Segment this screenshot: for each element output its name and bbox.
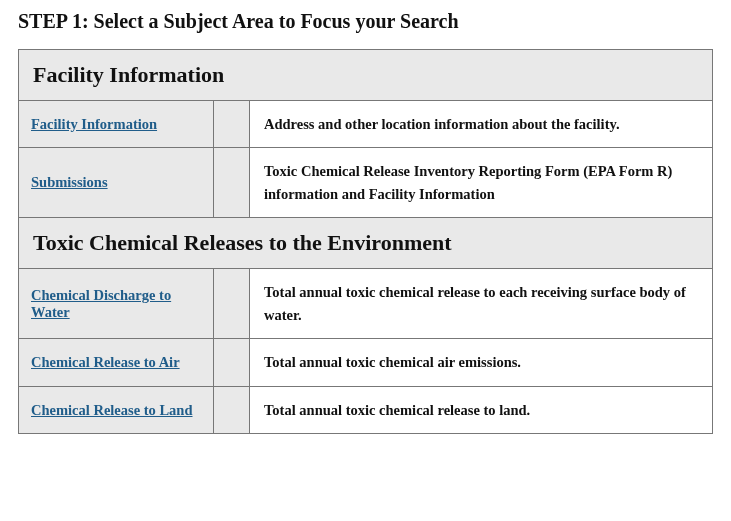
desc-submissions: Toxic Chemical Release Inventory Reporti…: [250, 148, 713, 218]
table-row: Chemical Release to Land Total annual to…: [19, 386, 713, 433]
step-title: STEP 1: Select a Subject Area to Focus y…: [18, 10, 713, 33]
link-facility-information[interactable]: Facility Information: [31, 116, 157, 132]
spacer-cell: [214, 386, 250, 433]
table-row: Chemical Discharge to Water Total annual…: [19, 269, 713, 339]
desc-facility-information: Address and other location information a…: [250, 101, 713, 148]
link-chemical-release-air[interactable]: Chemical Release to Air: [31, 354, 180, 370]
spacer-cell: [214, 101, 250, 148]
link-chemical-discharge-water[interactable]: Chemical Discharge to Water: [31, 287, 171, 320]
section-header-toxic: Toxic Chemical Releases to the Environme…: [19, 218, 713, 269]
spacer-cell: [214, 148, 250, 218]
desc-chemical-release-land: Total annual toxic chemical release to l…: [250, 386, 713, 433]
spacer-cell: [214, 269, 250, 339]
subject-area-table: Facility Information Facility Informatio…: [18, 49, 713, 434]
desc-chemical-discharge-water: Total annual toxic chemical release to e…: [250, 269, 713, 339]
section-header-facility: Facility Information: [19, 50, 713, 101]
table-row: Submissions Toxic Chemical Release Inven…: [19, 148, 713, 218]
table-row: Facility Information Address and other l…: [19, 101, 713, 148]
table-row: Chemical Release to Air Total annual tox…: [19, 339, 713, 386]
desc-chemical-release-air: Total annual toxic chemical air emission…: [250, 339, 713, 386]
spacer-cell: [214, 339, 250, 386]
link-chemical-release-land[interactable]: Chemical Release to Land: [31, 402, 193, 418]
link-submissions[interactable]: Submissions: [31, 174, 108, 190]
